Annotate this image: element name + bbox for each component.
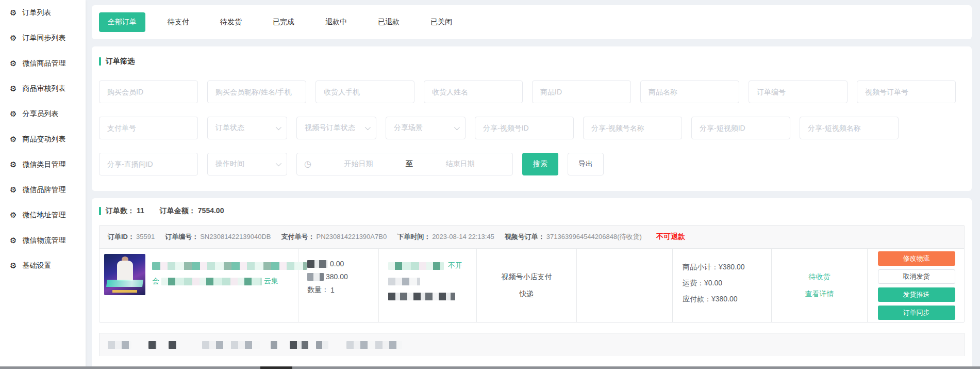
order-header-field: 订单ID：35591 xyxy=(108,232,155,242)
buyer-name-line: 不开 xyxy=(388,261,476,270)
censored-text-block xyxy=(388,262,444,270)
gear-icon: ⚙ xyxy=(10,186,16,194)
tab-已关闭[interactable]: 已关闭 xyxy=(422,12,461,32)
search-button[interactable]: 搜索 xyxy=(522,153,558,175)
sidebar-item-5[interactable]: ⚙分享员列表 xyxy=(0,101,86,126)
sidebar-item-label: 订单列表 xyxy=(22,8,51,18)
order-header-value: 35591 xyxy=(136,233,155,240)
filter-input-商品ID[interactable] xyxy=(532,81,631,103)
sidebar-item-4[interactable]: ⚙商品审核列表 xyxy=(0,76,86,101)
sidebar-item-8[interactable]: ⚙微信品牌管理 xyxy=(0,177,86,202)
gear-icon: ⚙ xyxy=(10,85,16,92)
product-name-line1 xyxy=(152,262,307,270)
取消发货-button[interactable]: 取消发货 xyxy=(878,269,955,284)
tab-全部订单[interactable]: 全部订单 xyxy=(99,12,145,32)
status-cell: 待收货 查看详情 xyxy=(772,249,868,322)
product-image[interactable] xyxy=(104,254,145,295)
total-price-fragment: 380.00 xyxy=(326,272,348,281)
order-amount-value: 7554.00 xyxy=(198,206,224,216)
date-range-separator: 至 xyxy=(404,159,415,169)
gear-icon: ⚙ xyxy=(10,110,16,118)
发货推送-button[interactable]: 发货推送 xyxy=(878,287,955,302)
product-name[interactable]: 会 云集 xyxy=(145,254,307,322)
sidebar-item-9[interactable]: ⚙微信地址管理 xyxy=(0,202,86,228)
sidebar-item-label: 微信物流管理 xyxy=(22,236,65,245)
poster-subtitle-art xyxy=(112,290,137,293)
sidebar-item-label: 基础设置 xyxy=(22,261,51,270)
filter-input-分享-短视频名称[interactable] xyxy=(800,117,899,139)
filter-input-分享-短视频ID[interactable] xyxy=(691,117,790,139)
订单同步-button[interactable]: 订单同步 xyxy=(878,306,955,320)
censored-text-block xyxy=(307,273,324,281)
sidebar-item-1[interactable]: ⚙订单列表 xyxy=(0,0,86,25)
filter-input-支付单号[interactable] xyxy=(99,117,198,139)
totals-value: ¥0.00 xyxy=(704,279,722,287)
payment-cell: 视频号小店支付 快递 xyxy=(477,249,577,322)
payment-method: 视频号小店支付 xyxy=(502,272,552,282)
tab-待发货[interactable]: 待发货 xyxy=(211,12,251,32)
filter-select-视频号订单状态[interactable]: 视频号订单状态 xyxy=(296,117,376,139)
filter-title: 订单筛选 xyxy=(106,57,135,66)
tab-待支付[interactable]: 待支付 xyxy=(159,12,198,32)
unit-price-fragment: 0.00 xyxy=(330,260,344,268)
scrollbar-thumb[interactable] xyxy=(260,366,292,369)
order-header-value: PN230814221390A7B0 xyxy=(317,233,387,240)
tab-已完成[interactable]: 已完成 xyxy=(264,12,303,32)
censored-text-block xyxy=(316,341,328,349)
price-cell: 0.00 380.00 数量： 1 xyxy=(298,249,379,322)
censored-text-block xyxy=(152,262,307,270)
order-header: 订单ID：35591订单编号：SN23081422139040DB支付单号：PN… xyxy=(99,226,964,249)
sidebar-item-7[interactable]: ⚙微信类目管理 xyxy=(0,152,86,177)
poster-title-art xyxy=(106,280,143,287)
sidebar-item-2[interactable]: ⚙订单同步列表 xyxy=(0,25,86,51)
gear-icon: ⚙ xyxy=(10,9,16,17)
censored-text-block xyxy=(148,341,157,349)
filter-input-订单编号[interactable] xyxy=(749,81,848,103)
total-price-line: 380.00 xyxy=(307,272,378,281)
sidebar-item-10[interactable]: ⚙微信物流管理 xyxy=(0,228,86,253)
quantity-label: 数量： xyxy=(307,285,329,295)
order-header-field: 订单编号：SN23081422139040DB xyxy=(165,232,271,242)
tab-退款中[interactable]: 退款中 xyxy=(317,12,356,32)
export-button[interactable]: 导出 xyxy=(568,153,604,175)
censored-text-block xyxy=(202,341,260,349)
totals-line: 商品小计：¥380.00 xyxy=(683,259,771,275)
修改物流-button[interactable]: 修改物流 xyxy=(878,251,955,266)
section-accent-bar xyxy=(99,57,101,66)
sidebar-item-11[interactable]: ⚙基础设置 xyxy=(0,253,86,278)
order-header-field: 下单时间：2023-08-14 22:13:45 xyxy=(397,232,494,242)
totals-line: 运费：¥0.00 xyxy=(683,275,771,291)
empty-cell xyxy=(577,249,673,322)
quantity-line: 数量： 1 xyxy=(307,285,378,295)
totals-label: 商品小计： xyxy=(683,263,719,271)
filter-input-购买会员ID[interactable] xyxy=(99,81,198,103)
filter-input-视频号订单号[interactable] xyxy=(857,81,956,103)
view-detail-link[interactable]: 查看详情 xyxy=(805,290,834,299)
sidebar-item-6[interactable]: ⚙商品变动列表 xyxy=(0,126,86,152)
filter-input-分享-视频号ID[interactable] xyxy=(475,117,574,139)
filter-select-分享场景[interactable]: 分享场景 xyxy=(386,117,466,139)
filter-input-收货人姓名[interactable] xyxy=(424,81,523,103)
horizontal-scrollbar[interactable] xyxy=(0,366,980,369)
filter-select-订单状态[interactable]: 订单状态 xyxy=(207,117,287,139)
tab-已退款[interactable]: 已退款 xyxy=(369,12,408,32)
filter-select-操作时间[interactable]: 操作时间 xyxy=(207,153,287,175)
filter-input-购买会员昵称/姓名/手机[interactable] xyxy=(207,81,306,103)
censored-text-block xyxy=(271,341,278,349)
sidebar-item-label: 微信地址管理 xyxy=(22,211,65,220)
sidebar-item-label: 分享员列表 xyxy=(22,109,58,119)
filter-row-3: 操作时间◷开始日期至结束日期搜索导出 xyxy=(99,153,965,175)
order-amount-label: 订单金额： xyxy=(160,206,196,216)
actions-cell: 修改物流取消发货发货推送订单同步 xyxy=(868,249,965,322)
filter-input-收货人手机[interactable] xyxy=(315,81,414,103)
sidebar-item-3[interactable]: ⚙微信商品管理 xyxy=(0,51,86,76)
status-badge: 待收货 xyxy=(809,272,830,282)
delivery-method: 快递 xyxy=(520,290,534,299)
filter-input-分享-直播间ID[interactable] xyxy=(99,153,198,175)
filter-input-商品名称[interactable] xyxy=(640,81,739,103)
date-range-picker[interactable]: ◷开始日期至结束日期 xyxy=(296,153,513,175)
order-summary: 订单数： 11 订单金额： 7554.00 xyxy=(99,206,965,216)
filter-input-分享-视频号名称[interactable] xyxy=(583,117,682,139)
filter-card: 订单筛选 订单状态视频号订单状态分享场景操作时间◷开始日期至结束日期搜索导出 xyxy=(92,46,972,191)
order-header-label: 视频号订单： xyxy=(505,233,545,240)
